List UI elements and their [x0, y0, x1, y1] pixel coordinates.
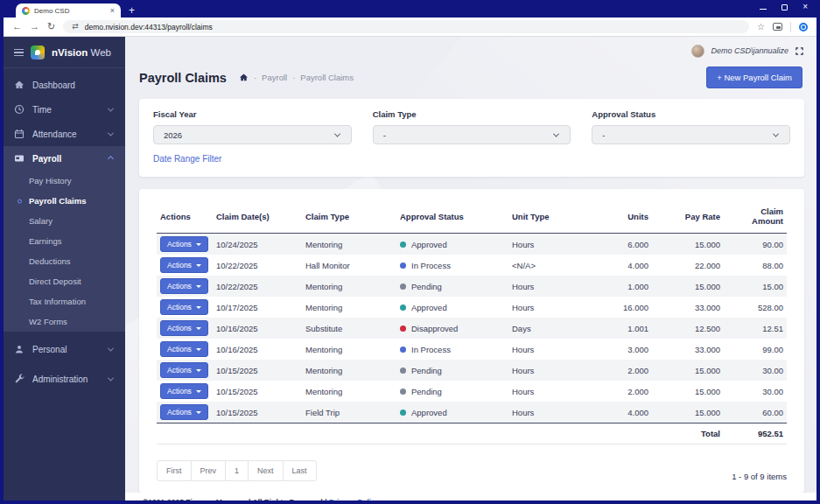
claim-amount-cell: 30.00: [724, 381, 787, 402]
total-value: 952.51: [724, 424, 787, 444]
page-button-last[interactable]: Last: [283, 460, 317, 481]
table-row: Actions10/15/2025Field TripApprovedHours…: [157, 402, 787, 424]
units-cell: 3.000: [589, 339, 652, 360]
table-row: Actions10/17/2025MentoringApprovedHours1…: [157, 297, 787, 318]
sidebar-item-dashboard[interactable]: Dashboard: [4, 73, 125, 97]
fullscreen-icon[interactable]: [795, 46, 804, 56]
address-bar[interactable]: ⇄ demo.nvision.dev:44313/payroll/claims: [63, 20, 749, 33]
units-cell: 1.001: [589, 318, 652, 339]
status-dot-icon: [400, 368, 406, 374]
row-actions-button[interactable]: Actions: [160, 236, 208, 252]
caret-down-icon: [196, 285, 201, 288]
approval-status-select[interactable]: -: [592, 125, 790, 144]
column-header-actions: Actions: [157, 202, 213, 234]
page-button-first[interactable]: First: [157, 460, 192, 481]
forward-icon[interactable]: →: [30, 22, 39, 32]
unit-type-cell: Hours: [508, 381, 589, 402]
unit-type-cell: Hours: [508, 276, 589, 297]
claim-type-cell: Field Trip: [302, 402, 396, 424]
home-icon[interactable]: [239, 73, 249, 82]
claim-amount-cell: 12.51: [724, 318, 787, 339]
window-minimize-icon[interactable]: [760, 9, 767, 10]
sidebar-item-label: Attendance: [32, 130, 101, 139]
wrench-icon: [14, 374, 25, 384]
profile-icon[interactable]: [799, 23, 808, 32]
approval-status-cell: Pending: [396, 276, 508, 297]
claim-type-select[interactable]: -: [373, 125, 571, 144]
approval-status-cell: In Process: [396, 255, 508, 276]
breadcrumb: · Payroll · Payroll Claims: [239, 73, 354, 82]
approval-status-cell: Approved: [396, 297, 508, 318]
units-cell: 16.000: [589, 297, 652, 318]
window-maximize-icon[interactable]: [781, 4, 788, 10]
window-close-icon[interactable]: ×: [802, 3, 808, 11]
sidebar-item-salary[interactable]: Salary: [4, 211, 125, 231]
sidebar-group-payroll: PayrollPay HistoryPayroll ClaimsSalaryEa…: [4, 146, 125, 332]
claim-type-label: Claim Type: [373, 109, 571, 119]
row-actions-button[interactable]: Actions: [160, 383, 208, 399]
column-header-pay-rate: Pay Rate: [652, 202, 724, 234]
sidebar-item-payroll[interactable]: Payroll: [4, 146, 125, 171]
tab-close-icon[interactable]: ×: [110, 7, 115, 15]
breadcrumb-payroll[interactable]: Payroll: [262, 73, 287, 82]
sidebar-item-administration[interactable]: Administration: [4, 367, 125, 391]
sidebar-item-time[interactable]: Time: [4, 97, 125, 122]
status-dot-icon: [400, 410, 406, 416]
page-button-prev[interactable]: Prev: [191, 460, 227, 481]
approval-status-label: Approval Status: [592, 109, 790, 119]
picture-in-picture-icon[interactable]: [773, 23, 782, 31]
user-name: Demo CSD\jannualize: [711, 46, 788, 55]
browser-tab[interactable]: Demo CSD ×: [16, 4, 121, 18]
page-button-1[interactable]: 1: [225, 460, 249, 481]
row-actions-button[interactable]: Actions: [160, 257, 208, 273]
sidebar-item-tax-information[interactable]: Tax Information: [4, 291, 125, 312]
sidebar-item-personal[interactable]: Personal: [4, 337, 125, 361]
card-icon: [14, 153, 25, 164]
new-payroll-claim-button[interactable]: + New Payroll Claim: [706, 66, 802, 88]
table-row: Actions10/22/2025Hall MonitorIn Process<…: [157, 255, 787, 276]
row-actions-button[interactable]: Actions: [160, 341, 208, 357]
main-content: Demo CSD\jannualize Payroll Claims · Pay…: [125, 37, 816, 500]
unit-type-cell: Hours: [508, 297, 589, 318]
row-actions-button[interactable]: Actions: [160, 404, 208, 420]
sidebar-item-earnings[interactable]: Earnings: [4, 231, 125, 251]
unit-type-cell: Hours: [508, 360, 589, 381]
unit-type-cell: Hours: [508, 402, 589, 424]
sidebar-item-attendance[interactable]: Attendance: [4, 122, 125, 146]
chevron-down-icon: [108, 130, 114, 136]
claim-date-cell: 10/15/2025: [213, 402, 302, 424]
claim-amount-cell: 60.00: [724, 402, 787, 424]
row-actions-button[interactable]: Actions: [160, 299, 208, 315]
breadcrumb-separator: ·: [292, 73, 295, 82]
sidebar-item-deductions[interactable]: Deductions: [4, 251, 125, 271]
pay-rate-cell: 33.000: [652, 297, 724, 318]
reload-icon[interactable]: ↻: [47, 22, 55, 32]
sidebar-item-label: Administration: [32, 374, 101, 384]
user-avatar[interactable]: [691, 45, 704, 58]
caret-down-icon: [196, 264, 201, 267]
sidebar-item-w2-forms[interactable]: W2 Forms: [4, 312, 125, 332]
row-actions-button[interactable]: Actions: [160, 278, 208, 294]
claim-type-cell: Substitute: [302, 318, 396, 339]
caret-down-icon: [196, 411, 201, 414]
new-tab-button[interactable]: +: [129, 5, 135, 16]
back-icon[interactable]: ←: [12, 22, 22, 32]
pagination: FirstPrev1NextLast: [157, 460, 317, 481]
claim-type-cell: Mentoring: [302, 339, 396, 360]
app-topbar: Demo CSD\jannualize: [125, 37, 816, 65]
browser-window: Demo CSD × + × ← → ↻ ⇄ demo.nvision.dev:…: [0, 0, 820, 504]
sidebar-item-label: Personal: [32, 345, 101, 354]
privacy-policy-link[interactable]: Privacy Policy: [329, 498, 380, 500]
row-actions-button[interactable]: Actions: [160, 362, 208, 378]
menu-toggle-icon[interactable]: [14, 49, 24, 57]
sidebar-item-direct-deposit[interactable]: Direct Deposit: [4, 271, 125, 291]
sidebar-item-payroll-claims[interactable]: Payroll Claims: [4, 191, 125, 211]
claims-table-total-row: Total952.51: [157, 424, 787, 444]
bookmark-star-icon[interactable]: ☆: [757, 23, 765, 32]
fiscal-year-select[interactable]: 2026: [153, 125, 352, 144]
date-range-filter-link[interactable]: Date Range Filter: [153, 154, 221, 164]
claim-type-cell: Hall Monitor: [302, 255, 396, 276]
row-actions-button[interactable]: Actions: [160, 320, 208, 336]
sidebar-item-pay-history[interactable]: Pay History: [4, 171, 125, 191]
page-button-next[interactable]: Next: [248, 460, 284, 481]
